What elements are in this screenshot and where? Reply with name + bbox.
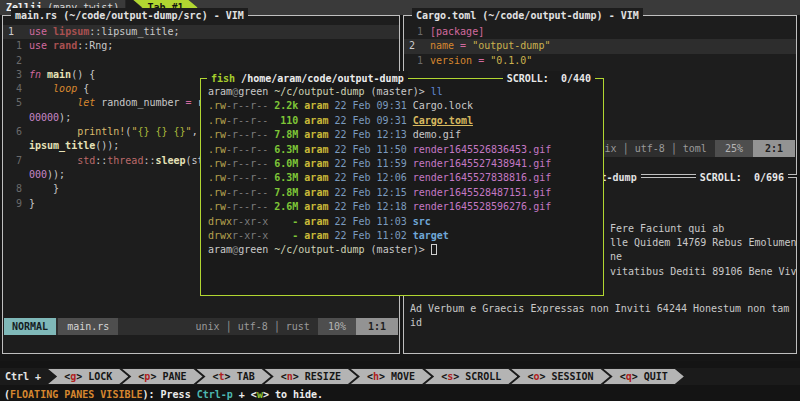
floating-pane-title: fish /home/aram/code/output-dump [207, 71, 408, 86]
code-text: use rand::Rng; [29, 39, 113, 53]
code-line: 1[package] [404, 25, 796, 39]
terminal-fish[interactable]: aram@green ~/c/output-dump (master)> ll.… [201, 79, 603, 258]
pane-title-main-rs: main.rs (~/code/output-dump/src) - VIM [11, 8, 248, 23]
vim-cursor-position: 1:1 [356, 318, 398, 335]
line-number: 3 [3, 68, 29, 82]
file-owner: aram [298, 115, 328, 126]
code-text: } [29, 197, 35, 211]
file-name: target [413, 230, 449, 241]
keybind-label: MOVE [391, 371, 415, 382]
keybind-label: LOCK [88, 371, 112, 382]
keybind-move[interactable]: <h> MOVE [351, 369, 431, 384]
file-owner: aram [298, 144, 328, 155]
file-date: 22 Feb 09:31 [328, 100, 412, 111]
line-number: 4 [3, 82, 29, 96]
code-text: 00000); [29, 111, 71, 125]
code-text: println!("{} {} {}", [29, 125, 198, 139]
line-number: 1 [404, 54, 430, 68]
line-number: 2 [3, 54, 29, 68]
code-line: 1version = "0.1.0" [404, 54, 796, 68]
file-list-row: .rw-r--r-- 6.0M aram 22 Feb 11:59 render… [208, 157, 603, 171]
vim-fileinfo: unix │ utf-8 │ rust [187, 318, 317, 335]
line-number: 1 [404, 25, 430, 39]
code-text: 000)); [29, 168, 65, 182]
shell-name: fish [211, 73, 235, 84]
floating-panes-hint: (FLOATING PANES VISIBLE): Press Ctrl-p +… [0, 385, 800, 401]
file-date: 22 Feb 12:18 [328, 201, 412, 212]
code-text: ipsum_title()); [29, 139, 119, 153]
floating-pane-fish[interactable]: fish /home/aram/code/output-dump SCROLL:… [200, 78, 604, 296]
file-owner: aram [298, 201, 328, 212]
file-name: render1645527438941.gif [413, 158, 551, 169]
keybind-scroll[interactable]: <s> SCROLL [425, 369, 517, 384]
shell-prompt: aram@green ~/c/output-dump (master)> ll [208, 85, 603, 99]
keybind-prefix: Ctrl + [0, 371, 48, 382]
code-text: } [29, 182, 59, 196]
file-size: - [274, 215, 298, 229]
code-line: 1use rand::Rng; [3, 39, 399, 53]
editor-cargo-toml[interactable]: 1[package]2name = "output-dump"1version … [404, 16, 796, 68]
file-name: render1645528596276.gif [413, 201, 551, 212]
code-text: std::thread::sleep(st [29, 154, 204, 168]
file-name: demo.gif [413, 129, 461, 140]
code-text: let random_number = r [29, 96, 204, 110]
file-name: render1645527838816.gif [413, 172, 551, 183]
terminal-line: Ad Verbum e Graecis Expressas non Inviti… [410, 302, 789, 316]
file-date: 22 Feb 11:59 [328, 158, 412, 169]
keybind-pane[interactable]: <p> PANE [122, 369, 202, 384]
file-size: 110 [274, 114, 298, 128]
keybind-label: QUIT [644, 371, 668, 382]
vim-filename: main.rs [58, 318, 118, 335]
keybind-label: TAB [237, 371, 255, 382]
file-date: 22 Feb 09:31 [328, 115, 412, 126]
file-date: 22 Feb 12:15 [328, 187, 412, 198]
file-list-row: drwxr-xr-x - aram 22 Feb 11:03 src [208, 215, 603, 229]
line-number: 1 [3, 39, 29, 53]
keybind-label: RESIZE [305, 371, 341, 382]
code-text: version = "0.1.0" [430, 54, 532, 68]
vim-fileinfo: unix │ utf-8 │ toml [584, 140, 714, 157]
vim-mode-badge: NORMAL [4, 318, 56, 335]
file-name: render1645528487151.gif [413, 187, 551, 198]
keybind-label: PANE [162, 371, 186, 382]
file-owner: aram [298, 129, 328, 140]
vim-scroll-percent: 10% [318, 318, 356, 335]
terminal-cursor [431, 244, 437, 255]
terminal-line: Fere Faciunt qui ab [610, 222, 797, 236]
file-name: render1645526836453.gif [413, 144, 551, 155]
file-owner: aram [298, 100, 328, 111]
file-size: 7.8M [274, 128, 298, 142]
file-owner: aram [298, 158, 328, 169]
file-size: 6.3M [274, 171, 298, 185]
line-number [3, 168, 29, 182]
code-line: 1use lipsum::lipsum_title; [3, 25, 399, 39]
terminal-output-fragment: Fere Faciunt qui ablle Quidem 14769 Rebu… [610, 222, 797, 279]
shell-prompt[interactable]: aram@green ~/c/output-dump (master)> [208, 243, 603, 257]
file-list-row: .rw-r--r-- 2.2k aram 22 Feb 09:31 Cargo.… [208, 99, 603, 113]
keybind-tab[interactable]: <t> TAB [197, 369, 271, 384]
file-owner: aram [298, 172, 328, 183]
line-number [3, 139, 29, 153]
scroll-indicator: SCROLL: 0/696 [696, 170, 788, 185]
file-list-row: .rw-r--r-- 7.8M aram 22 Feb 12:15 render… [208, 186, 603, 200]
zellij-keybind-bar: Ctrl + <g> LOCK<p> PANE<t> TAB<n> RESIZE… [0, 368, 800, 385]
file-date: 22 Feb 11:50 [328, 144, 412, 155]
workspace: main.rs (~/code/output-dump/src) - VIM 1… [0, 15, 800, 361]
line-number: 8 [3, 182, 29, 196]
file-date: 22 Feb 11:03 [328, 216, 412, 227]
terminal-line: lle Quidem 14769 Rebus Emolumen [610, 236, 797, 250]
keybind-session[interactable]: <o> SESSION [511, 369, 609, 384]
line-number [3, 111, 29, 125]
vim-statusline-main-rs: NORMAL main.rs unix │ utf-8 │ rust 10% 1… [4, 318, 398, 335]
code-text: fn main() { [29, 68, 95, 82]
code-text: name = "output-dump" [430, 39, 550, 53]
line-number: 2 [404, 39, 430, 53]
keybind-label: SCROLL [465, 371, 501, 382]
keybind-resize[interactable]: <n> RESIZE [265, 369, 357, 384]
file-name: Cargo.lock [413, 100, 473, 111]
scroll-indicator: SCROLL: 0/440 [503, 71, 595, 86]
keybind-lock[interactable]: <g> LOCK [48, 369, 128, 384]
file-list-row: .rw-r--r-- 7.8M aram 22 Feb 12:13 demo.g… [208, 128, 603, 142]
file-size: 6.3M [274, 143, 298, 157]
keybind-quit[interactable]: <q> QUIT [604, 369, 684, 384]
